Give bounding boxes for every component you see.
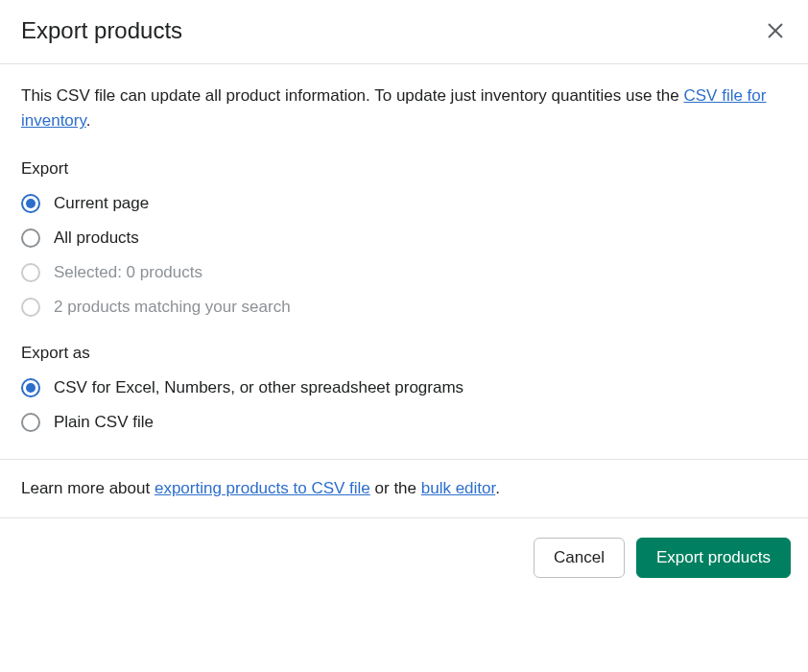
radio-label: Selected: 0 products — [54, 263, 202, 282]
export-products-modal: Export products This CSV file can update… — [0, 0, 808, 672]
description-text: This CSV file can update all product inf… — [21, 86, 683, 105]
radio-current-page[interactable]: Current page — [21, 194, 787, 213]
radio-label: Current page — [54, 194, 149, 213]
learn-before: Learn more about — [21, 479, 154, 497]
radio-csv-excel[interactable]: CSV for Excel, Numbers, or other spreads… — [21, 378, 787, 397]
radio-label: All products — [54, 228, 139, 248]
learn-more-section: Learn more about exporting products to C… — [0, 459, 808, 518]
export-scope-label: Export — [21, 159, 787, 179]
radio-icon — [21, 298, 40, 317]
learn-after: . — [495, 479, 500, 497]
exporting-csv-link[interactable]: exporting products to CSV file — [154, 479, 370, 497]
close-button[interactable] — [762, 17, 789, 44]
modal-body: This CSV file can update all product inf… — [0, 64, 808, 459]
modal-footer: Cancel Export products — [0, 518, 808, 597]
modal-title: Export products — [21, 17, 182, 44]
modal-header: Export products — [0, 0, 808, 64]
radio-matching-search: 2 products matching your search — [21, 298, 787, 317]
radio-icon — [21, 263, 40, 282]
export-scope-group: Export Current page All products Selecte… — [21, 159, 787, 317]
description-after: . — [86, 111, 91, 130]
learn-more-text: Learn more about exporting products to C… — [21, 479, 787, 498]
export-products-button[interactable]: Export products — [636, 538, 791, 578]
radio-plain-csv[interactable]: Plain CSV file — [21, 413, 787, 432]
radio-icon — [21, 194, 40, 213]
cancel-button[interactable]: Cancel — [534, 538, 625, 578]
export-format-label: Export as — [21, 344, 787, 363]
close-icon — [766, 21, 785, 40]
radio-icon — [21, 413, 40, 432]
radio-label: Plain CSV file — [54, 413, 154, 432]
radio-selected-products: Selected: 0 products — [21, 263, 787, 282]
learn-mid: or the — [370, 479, 421, 497]
export-format-group: Export as CSV for Excel, Numbers, or oth… — [21, 344, 787, 432]
radio-icon — [21, 228, 40, 248]
description: This CSV file can update all product inf… — [21, 84, 787, 134]
radio-label: 2 products matching your search — [54, 298, 291, 317]
radio-all-products[interactable]: All products — [21, 228, 787, 248]
radio-label: CSV for Excel, Numbers, or other spreads… — [54, 378, 463, 397]
radio-icon — [21, 378, 40, 397]
bulk-editor-link[interactable]: bulk editor — [421, 479, 496, 497]
